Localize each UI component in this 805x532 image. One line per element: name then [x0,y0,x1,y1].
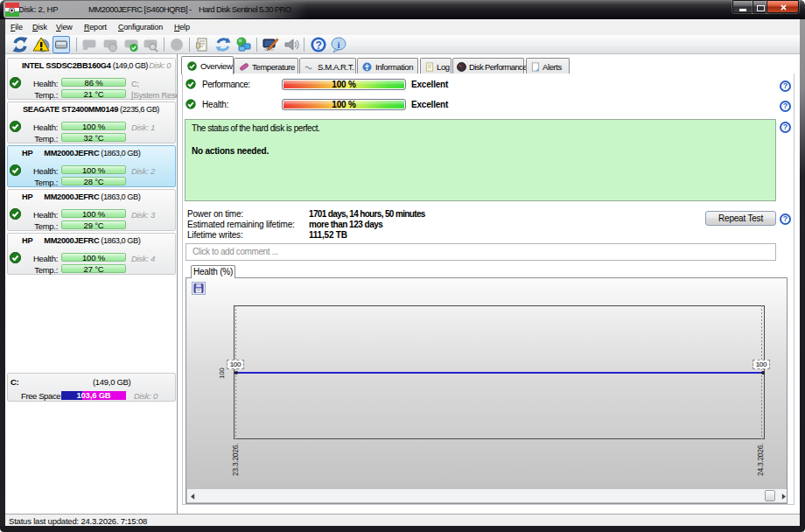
svg-text:i: i [338,39,340,50]
svg-text:?: ? [315,39,321,52]
